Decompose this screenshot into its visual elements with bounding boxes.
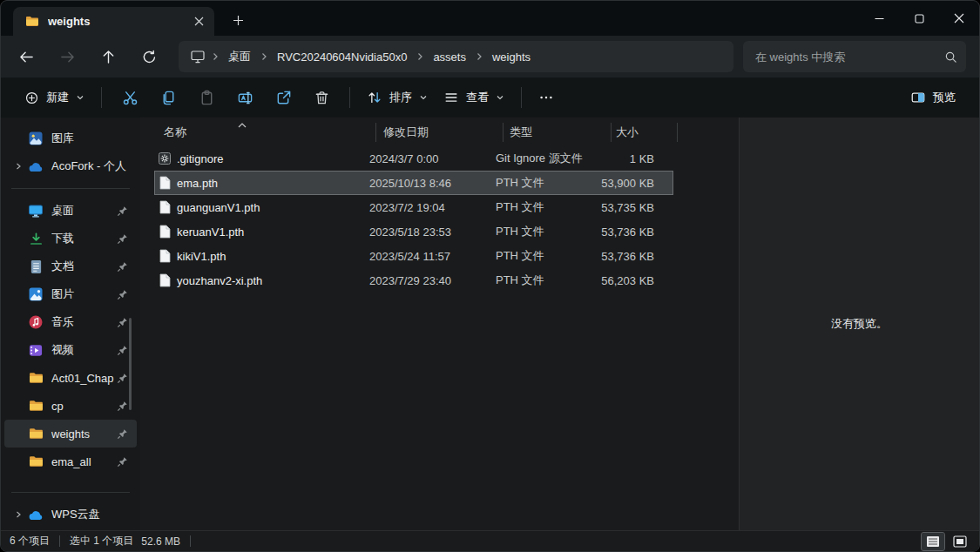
breadcrumb-chevron-icon bbox=[416, 52, 424, 61]
rename-button[interactable] bbox=[226, 82, 264, 113]
file-row-guanguanv1-pth[interactable]: guanguanV1.pth 2023/7/2 19:04 PTH 文件 53,… bbox=[154, 195, 673, 219]
pin-icon bbox=[117, 233, 128, 245]
view-button[interactable]: 查看 bbox=[436, 84, 512, 111]
refresh-button[interactable] bbox=[134, 42, 164, 71]
folder-icon bbox=[27, 400, 44, 412]
title-bar: weights bbox=[1, 1, 979, 36]
sidebar-item-gallery[interactable]: 图库 bbox=[4, 125, 137, 152]
folder-icon bbox=[25, 16, 39, 27]
file-rows: .gitignore 2024/3/7 0:00 Git Ignore 源文件 … bbox=[140, 146, 739, 293]
main-area: 图库 AcoFork - 个人 桌面 bbox=[1, 118, 979, 530]
documents-icon bbox=[27, 259, 44, 274]
sidebar-item-wps-cloud[interactable]: WPS云盘 bbox=[4, 501, 137, 528]
thumbnail-view-button[interactable] bbox=[950, 533, 970, 550]
gallery-icon bbox=[27, 131, 44, 146]
sidebar-item-act01-chap[interactable]: Act01_Chap bbox=[4, 364, 137, 392]
this-pc-icon[interactable] bbox=[186, 44, 210, 69]
details-view-button[interactable] bbox=[922, 533, 944, 550]
sidebar-item-downloads[interactable]: 下载 bbox=[4, 225, 137, 252]
delete-button[interactable] bbox=[302, 82, 341, 113]
breadcrumb-item-assets[interactable]: assets bbox=[425, 46, 474, 68]
breadcrumb-item-rvc[interactable]: RVC20240604Nvidia50x0 bbox=[269, 46, 415, 68]
new-button[interactable]: 新建 bbox=[17, 84, 92, 111]
sidebar-item-pictures[interactable]: 图片 bbox=[4, 280, 137, 308]
up-button[interactable] bbox=[93, 42, 123, 71]
column-header-type[interactable]: 类型 bbox=[503, 125, 611, 140]
downloads-icon bbox=[27, 232, 44, 246]
sidebar-scrollbar[interactable] bbox=[129, 318, 132, 410]
maximize-button[interactable] bbox=[899, 1, 939, 36]
file-row-kikiv1-pth[interactable]: kikiV1.pth 2023/5/24 11:57 PTH 文件 53,736… bbox=[154, 244, 673, 268]
search-box bbox=[743, 41, 966, 72]
file-explorer-window: weights bbox=[0, 0, 980, 552]
command-bar: 新建 排序 bbox=[1, 77, 979, 118]
selection-count: 选中 1 个项目 bbox=[70, 534, 133, 549]
explorer-tab-weights[interactable]: weights bbox=[13, 7, 214, 36]
sidebar-item-videos[interactable]: 视频 bbox=[4, 336, 137, 364]
new-button-label: 新建 bbox=[46, 90, 69, 105]
breadcrumb-item-weights[interactable]: weights bbox=[484, 46, 538, 68]
status-bar: 6 个项目 选中 1 个项目 52.6 MB bbox=[1, 530, 979, 551]
statusbar-divider bbox=[59, 535, 60, 547]
sidebar-item-cp[interactable]: cp bbox=[4, 392, 137, 420]
more-options-button[interactable] bbox=[531, 82, 562, 113]
pin-icon bbox=[117, 373, 128, 384]
column-divider[interactable] bbox=[375, 123, 376, 142]
sidebar-separator bbox=[11, 188, 130, 189]
sort-arrows-icon bbox=[367, 90, 382, 105]
wps-cloud-icon bbox=[27, 509, 44, 521]
sort-button-label: 排序 bbox=[389, 90, 412, 105]
file-list-pane: 名称 修改日期 类型 大小 .gitignore 2024/3/7 0:00 G… bbox=[140, 118, 740, 530]
file-row-ema-pth[interactable]: ema.pth 2025/10/13 8:46 PTH 文件 53,900 KB bbox=[154, 171, 673, 195]
sidebar-item-music[interactable]: 音乐 bbox=[4, 308, 137, 336]
column-header-name[interactable]: 名称 bbox=[140, 125, 375, 140]
breadcrumb-item-desktop[interactable]: 桌面 bbox=[220, 44, 259, 69]
music-icon bbox=[27, 314, 44, 330]
back-button[interactable] bbox=[11, 42, 41, 71]
sort-ascending-icon bbox=[238, 118, 247, 131]
tab-title: weights bbox=[48, 15, 188, 28]
file-row-keruanv1-pth[interactable]: keruanV1.pth 2023/5/18 23:53 PTH 文件 53,7… bbox=[154, 219, 673, 244]
folder-icon bbox=[27, 427, 44, 440]
sort-button[interactable]: 排序 bbox=[359, 84, 436, 111]
pin-icon bbox=[117, 205, 128, 217]
expand-chevron-icon[interactable] bbox=[10, 510, 27, 519]
sidebar-item-onedrive[interactable]: AcoFork - 个人 bbox=[4, 152, 137, 180]
sidebar-item-ema-all[interactable]: ema_all bbox=[4, 448, 137, 475]
file-row-youzhanv2-xi-pth[interactable]: youzhanv2-xi.pth 2023/7/29 23:40 PTH 文件 … bbox=[154, 268, 673, 293]
selection-size: 52.6 MB bbox=[141, 535, 180, 548]
minimize-button[interactable] bbox=[859, 1, 899, 36]
search-icon[interactable] bbox=[944, 50, 957, 64]
breadcrumb-chevron-icon bbox=[211, 52, 220, 61]
column-divider[interactable] bbox=[677, 123, 678, 142]
desktop-icon bbox=[27, 204, 44, 218]
toolbar-separator bbox=[349, 87, 350, 108]
expand-chevron-icon[interactable] bbox=[10, 162, 27, 171]
paste-button[interactable] bbox=[187, 82, 226, 113]
forward-button[interactable] bbox=[52, 42, 82, 71]
sidebar-item-documents[interactable]: 文档 bbox=[4, 252, 137, 280]
preview-toggle-button[interactable]: 预览 bbox=[902, 84, 963, 111]
column-header-size[interactable]: 大小 bbox=[611, 125, 677, 140]
new-tab-button[interactable] bbox=[226, 9, 250, 31]
file-row-gitignore[interactable]: .gitignore 2024/3/7 0:00 Git Ignore 源文件 … bbox=[154, 146, 673, 171]
preview-button-label: 预览 bbox=[933, 90, 956, 105]
view-button-label: 查看 bbox=[466, 90, 489, 105]
sidebar-item-weights[interactable]: weights bbox=[4, 420, 137, 448]
pin-icon bbox=[117, 345, 128, 356]
pictures-icon bbox=[27, 286, 44, 302]
close-button[interactable] bbox=[939, 1, 979, 36]
search-input[interactable] bbox=[755, 50, 944, 64]
no-preview-text: 没有预览。 bbox=[831, 316, 888, 332]
copy-button[interactable] bbox=[149, 82, 187, 113]
sidebar-item-desktop[interactable]: 桌面 bbox=[4, 197, 137, 225]
cut-button[interactable] bbox=[111, 82, 149, 113]
new-circle-plus-icon bbox=[24, 91, 39, 105]
gitignore-gear-icon bbox=[154, 152, 175, 165]
share-button[interactable] bbox=[264, 82, 302, 113]
tab-close-button[interactable] bbox=[188, 11, 209, 32]
column-header-date[interactable]: 修改日期 bbox=[375, 125, 503, 140]
file-icon bbox=[154, 200, 175, 214]
column-divider[interactable] bbox=[611, 123, 612, 142]
column-divider[interactable] bbox=[503, 123, 504, 142]
